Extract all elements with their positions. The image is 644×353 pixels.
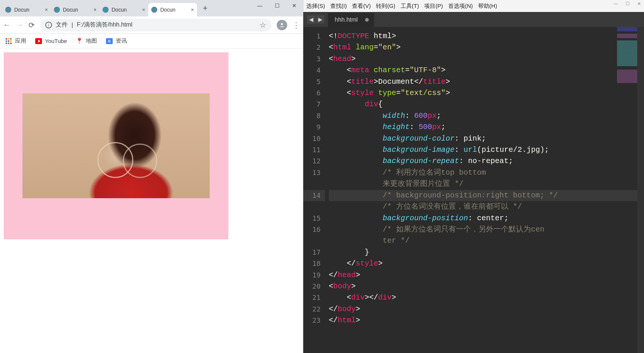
browser-toolbar: ← → ⟳ i 文件 | F:/滴答滴答/hhh.html ☆ ⋮ bbox=[0, 16, 303, 34]
menu-item[interactable]: 选择(S) bbox=[306, 3, 325, 10]
tab-close-icon[interactable]: × bbox=[191, 7, 194, 13]
window-minimize-button[interactable]: — bbox=[614, 1, 618, 6]
browser-tab[interactable]: 🌐 Docun × bbox=[100, 3, 148, 16]
bookmark-maps[interactable]: 📍 地图 bbox=[76, 37, 97, 44]
vertical-scrollbar[interactable] bbox=[637, 27, 644, 353]
tab-close-icon[interactable]: × bbox=[142, 7, 145, 13]
menu-item[interactable]: 查看(V) bbox=[352, 3, 371, 10]
menu-item[interactable]: 转到(G) bbox=[376, 3, 395, 10]
globe-icon: 🌐 bbox=[5, 7, 11, 13]
window-maximize-button[interactable]: ☐ bbox=[626, 1, 630, 6]
history-forward-icon[interactable]: ▶ bbox=[316, 15, 324, 24]
editor-window-controls: — ☐ ✕ bbox=[614, 1, 641, 6]
editor-tab-label: hhh.html bbox=[335, 16, 358, 23]
editor-tab-bar: ◀ ▶ hhh.html bbox=[303, 12, 644, 27]
apps-grid-icon bbox=[5, 38, 12, 44]
globe-icon: 🌐 bbox=[151, 7, 157, 13]
window-controls: — ☐ ✕ bbox=[251, 0, 303, 11]
address-separator: | bbox=[72, 22, 73, 28]
bookmark-label: YouTube bbox=[45, 38, 67, 44]
background-image bbox=[22, 93, 210, 198]
reload-icon[interactable]: ⟳ bbox=[28, 21, 35, 30]
maps-icon: 📍 bbox=[76, 38, 83, 44]
browser-window: — ☐ ✕ 🌐 Docun × 🌐 Docun × 🌐 Docun × 🌐 Do… bbox=[0, 0, 303, 353]
bookmark-label: 地图 bbox=[86, 37, 97, 44]
tab-close-icon[interactable]: × bbox=[45, 7, 48, 13]
browser-menu-icon[interactable]: ⋮ bbox=[292, 21, 300, 30]
history-back-icon[interactable]: ◀ bbox=[307, 15, 315, 24]
pink-div bbox=[4, 52, 228, 239]
bookmark-youtube[interactable]: YouTube bbox=[35, 38, 67, 44]
back-icon[interactable]: ← bbox=[3, 21, 10, 29]
line-number-gutter[interactable]: 12345678910111213 14 1516 17181920212223 bbox=[303, 27, 325, 353]
window-close-button[interactable]: ✕ bbox=[637, 1, 641, 6]
address-url: F:/滴答滴答/hhh.html bbox=[77, 21, 132, 29]
editor-tab-active[interactable]: hhh.html bbox=[328, 12, 374, 27]
rendered-page bbox=[0, 49, 303, 353]
address-bar[interactable]: i 文件 | F:/滴答滴答/hhh.html ☆ bbox=[40, 19, 271, 31]
address-scheme: 文件 bbox=[56, 21, 68, 29]
browser-tab[interactable]: 🌐 Docun × bbox=[2, 3, 51, 16]
tab-label: Docun bbox=[112, 7, 141, 13]
browser-tab-active[interactable]: 🌐 Docun × bbox=[148, 3, 197, 16]
profile-avatar-icon[interactable] bbox=[277, 20, 287, 30]
youtube-icon bbox=[35, 38, 42, 44]
tab-label: Docun bbox=[63, 7, 92, 13]
bookmark-news[interactable]: G 资讯 bbox=[106, 37, 127, 44]
bookmark-apps[interactable]: 应用 bbox=[5, 37, 26, 44]
editor-window: 选择(S) 查找(I) 查看(V) 转到(G) 工具(T) 项目(P) 首选项(… bbox=[303, 0, 644, 353]
editor-body: 12345678910111213 14 1516 17181920212223… bbox=[303, 27, 644, 353]
menu-item[interactable]: 帮助(H) bbox=[478, 3, 497, 10]
window-close-button[interactable]: ✕ bbox=[286, 0, 303, 11]
menu-item[interactable]: 首选项(N) bbox=[448, 3, 473, 10]
globe-icon: 🌐 bbox=[103, 7, 109, 13]
window-maximize-button[interactable]: ☐ bbox=[268, 0, 286, 11]
tab-label: Docun bbox=[160, 7, 189, 13]
editor-history-nav: ◀ ▶ bbox=[303, 15, 328, 24]
bookmark-label: 资讯 bbox=[116, 37, 127, 44]
menu-item[interactable]: 查找(I) bbox=[330, 3, 347, 10]
bookmark-label: 应用 bbox=[15, 37, 26, 44]
editor-menu-bar: 选择(S) 查找(I) 查看(V) 转到(G) 工具(T) 项目(P) 首选项(… bbox=[303, 0, 644, 12]
tab-close-icon[interactable]: × bbox=[94, 7, 97, 13]
site-info-icon[interactable]: i bbox=[45, 22, 52, 28]
minimap[interactable] bbox=[617, 27, 637, 83]
window-minimize-button[interactable]: — bbox=[251, 0, 268, 11]
new-tab-button[interactable]: + bbox=[199, 3, 211, 13]
forward-icon[interactable]: → bbox=[16, 21, 23, 29]
globe-icon: 🌐 bbox=[54, 7, 60, 13]
browser-tab[interactable]: 🌐 Docun × bbox=[51, 3, 100, 16]
menu-item[interactable]: 项目(P) bbox=[424, 3, 443, 10]
news-icon: G bbox=[106, 38, 113, 44]
svg-point-0 bbox=[281, 23, 283, 25]
bookmarks-bar: 应用 YouTube 📍 地图 G 资讯 bbox=[0, 34, 303, 49]
unsaved-dot-icon bbox=[365, 18, 369, 22]
tab-label: Docun bbox=[14, 7, 43, 13]
bookmark-star-icon[interactable]: ☆ bbox=[259, 21, 266, 30]
code-area[interactable]: <!DOCTYPE html> <html lang="en"> <head> … bbox=[325, 27, 644, 353]
menu-item[interactable]: 工具(T) bbox=[401, 3, 419, 10]
